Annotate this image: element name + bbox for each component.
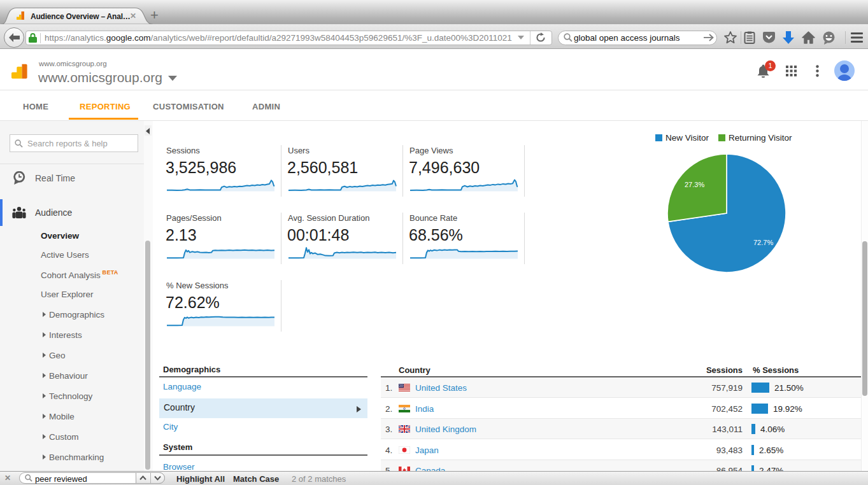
svg-text:27.3%: 27.3% [685, 181, 704, 188]
svg-text:72.7%: 72.7% [753, 239, 773, 246]
